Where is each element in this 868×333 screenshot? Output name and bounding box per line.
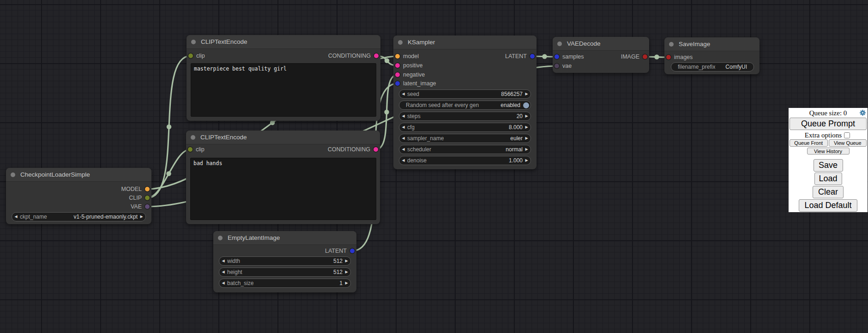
increment-arrow-icon[interactable]: ▶ bbox=[523, 90, 530, 98]
input-slot-dot-vae[interactable] bbox=[555, 64, 559, 68]
collapse-dot[interactable] bbox=[11, 172, 15, 177]
output-slot-dot-latent[interactable] bbox=[350, 249, 355, 253]
node-title: VAEDecode bbox=[567, 37, 601, 50]
output-slot-dot-clip[interactable] bbox=[145, 196, 150, 200]
load-button[interactable]: Load bbox=[814, 172, 842, 185]
collapse-dot[interactable] bbox=[218, 236, 223, 240]
decrement-arrow-icon[interactable]: ◀ bbox=[219, 257, 227, 265]
widget-value: normal bbox=[506, 146, 523, 153]
queue-front-button[interactable]: Queue Front bbox=[790, 139, 828, 147]
increment-arrow-icon[interactable]: ▶ bbox=[523, 156, 530, 165]
increment-arrow-icon[interactable]: ▶ bbox=[343, 257, 350, 265]
increment-arrow-icon[interactable]: ▶ bbox=[523, 123, 530, 131]
output-slot-dot-conditioning[interactable] bbox=[374, 54, 379, 58]
slot-label: negative bbox=[403, 71, 425, 78]
slot-label: samples bbox=[562, 53, 584, 60]
node-checkpointloadersimple[interactable]: CheckpointLoaderSimpleMODELCLIPVAE◀ckpt_… bbox=[6, 168, 151, 224]
node-title: KSampler bbox=[408, 36, 435, 49]
input-slot-dot-positive[interactable] bbox=[395, 63, 400, 68]
increment-arrow-icon[interactable]: ▶ bbox=[523, 145, 530, 154]
node-cliptextencode[interactable]: CLIPTextEncodeclipCONDITIONINGmasterpiec… bbox=[187, 35, 380, 121]
queue-panel: Queue size: 0 Queue Prompt Extra options… bbox=[789, 108, 868, 212]
collapse-dot[interactable] bbox=[557, 42, 562, 46]
input-slot-dot-clip[interactable] bbox=[188, 147, 193, 152]
input-slot-dot-negative[interactable] bbox=[395, 72, 400, 77]
extra-options-checkbox[interactable] bbox=[844, 132, 850, 138]
save-button[interactable]: Save bbox=[814, 159, 843, 172]
input-slot-dot-clip[interactable] bbox=[188, 54, 193, 58]
settings-gear-icon[interactable] bbox=[859, 109, 866, 116]
prompt-textarea[interactable]: bad hands bbox=[190, 158, 376, 220]
widget-height[interactable]: ◀height512▶ bbox=[219, 268, 351, 277]
slot-label: CLIP bbox=[129, 194, 142, 202]
output-slot-dot-image[interactable] bbox=[643, 54, 647, 59]
widget-scheduler[interactable]: ◀schedulernormal▶ bbox=[399, 145, 531, 154]
link-midpoint-dot bbox=[654, 54, 659, 59]
link-midpoint-dot bbox=[385, 58, 389, 63]
output-slot-dot-model[interactable] bbox=[145, 187, 150, 191]
decrement-arrow-icon[interactable]: ◀ bbox=[12, 213, 20, 221]
decrement-arrow-icon[interactable]: ◀ bbox=[399, 123, 407, 131]
slot-label: clip bbox=[196, 52, 205, 59]
increment-arrow-icon[interactable]: ▶ bbox=[343, 268, 350, 276]
node-ksampler[interactable]: KSamplermodelpositivenegativelatent_imag… bbox=[393, 36, 536, 169]
increment-arrow-icon[interactable]: ▶ bbox=[523, 112, 530, 120]
view-history-button[interactable]: View History bbox=[807, 148, 850, 155]
toggle-on-dot[interactable] bbox=[523, 102, 529, 108]
widget-label: height bbox=[227, 269, 242, 275]
view-queue-button[interactable]: View Queue bbox=[829, 139, 867, 147]
decrement-arrow-icon[interactable]: ◀ bbox=[219, 268, 227, 276]
widget-batch-size[interactable]: ◀batch_size1▶ bbox=[219, 279, 351, 288]
input-slot-dot-latent_image[interactable] bbox=[395, 81, 400, 86]
collapse-dot[interactable] bbox=[191, 40, 196, 44]
widget-seed[interactable]: ◀seed8566257▶ bbox=[399, 89, 531, 99]
input-slot-dot-model[interactable] bbox=[395, 54, 400, 59]
decrement-arrow-icon[interactable]: ◀ bbox=[399, 145, 407, 154]
node-cliptextencode[interactable]: CLIPTextEncodeclipCONDITIONINGbad hands bbox=[186, 131, 380, 224]
widget-cfg[interactable]: ◀cfg8.000▶ bbox=[399, 123, 531, 132]
widget-filename-prefix[interactable]: filename_prefixComfyUI bbox=[671, 62, 754, 71]
node-title: CLIPTextEncode bbox=[201, 35, 247, 48]
decrement-arrow-icon[interactable]: ◀ bbox=[399, 156, 407, 165]
queue-prompt-button[interactable]: Queue Prompt bbox=[790, 118, 867, 130]
widget-value: 8.000 bbox=[509, 124, 523, 131]
graph-canvas[interactable]: Queue size: 0 Queue Prompt Extra options… bbox=[0, 0, 868, 333]
input-slot-dot-samples[interactable] bbox=[555, 54, 559, 59]
collapse-dot[interactable] bbox=[669, 42, 674, 47]
node-title-bar: CLIPTextEncode bbox=[187, 35, 380, 49]
clear-button[interactable]: Clear bbox=[813, 186, 844, 198]
decrement-arrow-icon[interactable]: ◀ bbox=[399, 90, 407, 98]
increment-arrow-icon[interactable]: ▶ bbox=[343, 279, 350, 287]
node-saveimage[interactable]: SaveImageimagesfilename_prefixComfyUI bbox=[664, 37, 760, 74]
input-slot-dot-images[interactable] bbox=[666, 55, 671, 59]
node-emptylatentimage[interactable]: EmptyLatentImageLATENT◀width512▶◀height5… bbox=[213, 231, 356, 292]
widget-denoise[interactable]: ◀denoise1.000▶ bbox=[399, 156, 531, 165]
widget-value: euler bbox=[510, 135, 523, 142]
widget-sampler-name[interactable]: ◀sampler_nameeuler▶ bbox=[399, 134, 531, 143]
slot-label: model bbox=[403, 53, 419, 60]
decrement-arrow-icon[interactable]: ◀ bbox=[219, 279, 227, 287]
node-title: SaveImage bbox=[679, 37, 710, 51]
link-midpoint-dot bbox=[270, 120, 275, 125]
collapse-dot[interactable] bbox=[191, 135, 195, 140]
collapse-dot[interactable] bbox=[398, 40, 403, 45]
node-title-bar: VAEDecode bbox=[553, 37, 649, 51]
output-slot-dot-vae[interactable] bbox=[145, 204, 150, 209]
widget-steps[interactable]: ◀steps20▶ bbox=[399, 112, 531, 121]
slot-label: IMAGE bbox=[621, 53, 639, 60]
node-title: CLIPTextEncode bbox=[200, 131, 247, 144]
node-title-bar: CLIPTextEncode bbox=[186, 131, 380, 144]
widget-ckpt-name[interactable]: ◀ckpt_namev1-5-pruned-emaonly.ckpt▶ bbox=[12, 212, 146, 221]
node-vaedecode[interactable]: VAEDecodesamplesvaeIMAGE bbox=[553, 37, 649, 73]
prompt-textarea[interactable]: masterpiece best quality girl bbox=[191, 63, 376, 117]
increment-arrow-icon[interactable]: ▶ bbox=[138, 213, 145, 221]
widget-random-seed-after-every-gen[interactable]: Random seed after every genenabled bbox=[399, 101, 531, 110]
load-default-button[interactable]: Load Default bbox=[799, 199, 857, 212]
output-slot-dot-latent[interactable] bbox=[530, 54, 535, 59]
decrement-arrow-icon[interactable]: ◀ bbox=[399, 134, 407, 143]
slot-label: CONDITIONING bbox=[328, 52, 371, 59]
decrement-arrow-icon[interactable]: ◀ bbox=[399, 112, 407, 120]
increment-arrow-icon[interactable]: ▶ bbox=[523, 134, 530, 143]
output-slot-dot-conditioning[interactable] bbox=[374, 147, 378, 152]
widget-width[interactable]: ◀width512▶ bbox=[219, 256, 351, 266]
